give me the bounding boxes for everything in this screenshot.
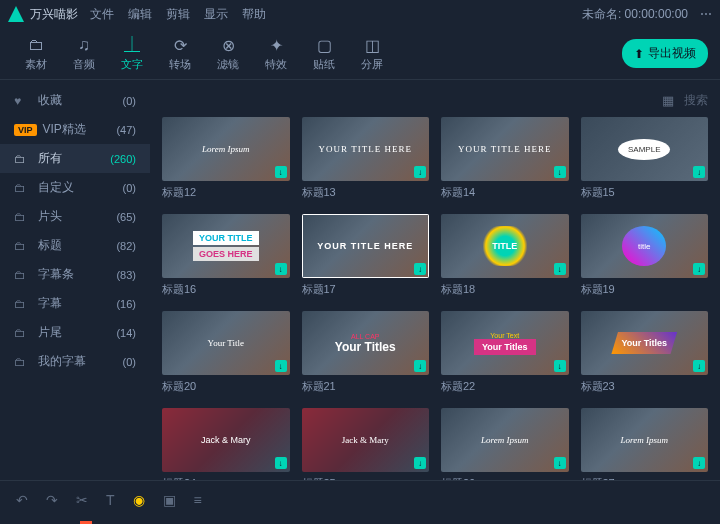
- main-area: ♥收藏(0) VIPVIP精选(47) 🗀所有(260) 🗀自定义(0) 🗀片头…: [0, 80, 720, 480]
- grid-view-icon[interactable]: ▦: [662, 93, 674, 108]
- title-card[interactable]: Lorem Ipsum↓标题12: [162, 117, 290, 200]
- tab-sticker[interactable]: ▢贴纸: [300, 35, 348, 72]
- titles-grid: Lorem Ipsum↓标题12 YOUR TITLE HERE↓标题13 YO…: [162, 117, 708, 480]
- content-panel: ▦ 搜索 Lorem Ipsum↓标题12 YOUR TITLE HERE↓标题…: [150, 80, 720, 480]
- export-button[interactable]: ⬆导出视频: [622, 39, 708, 68]
- menu-view[interactable]: 显示: [204, 6, 228, 23]
- menu-edit[interactable]: 编辑: [128, 6, 152, 23]
- title-card[interactable]: YOUR TITLE HERE↓标题17: [302, 214, 430, 297]
- download-icon: ↓: [693, 360, 705, 372]
- download-icon: ↓: [275, 263, 287, 275]
- menu-clip[interactable]: 剪辑: [166, 6, 190, 23]
- tab-transition[interactable]: ⟳转场: [156, 35, 204, 72]
- upload-icon: ⬆: [634, 47, 644, 61]
- sidebar-item-title[interactable]: 🗀标题(82): [0, 231, 150, 260]
- folder-icon: 🗀: [14, 239, 30, 253]
- split-icon: ◫: [362, 35, 382, 55]
- cut-icon[interactable]: ✂: [76, 492, 88, 508]
- sidebar-item-my[interactable]: 🗀我的字幕(0): [0, 347, 150, 376]
- title-card[interactable]: TITLE↓标题18: [441, 214, 569, 297]
- title-card[interactable]: Your Title↓标题20: [162, 311, 290, 394]
- sidebar-item-lowerthird[interactable]: 🗀字幕条(83): [0, 260, 150, 289]
- download-icon: ↓: [554, 166, 566, 178]
- menu-bar: 文件 编辑 剪辑 显示 帮助: [90, 6, 266, 23]
- title-card[interactable]: ALL CAPYour Titles↓标题21: [302, 311, 430, 394]
- title-card[interactable]: Lorem Ipsum↓标题26: [441, 408, 569, 480]
- tab-media[interactable]: 🗀素材: [12, 35, 60, 72]
- folder-icon: 🗀: [14, 326, 30, 340]
- sidebar-item-subtitle[interactable]: 🗀字幕(16): [0, 289, 150, 318]
- download-icon: ↓: [414, 166, 426, 178]
- tab-effect[interactable]: ✦特效: [252, 35, 300, 72]
- effect-icon: ✦: [266, 35, 286, 55]
- project-name-label: 未命名: 00:00:00:00: [582, 6, 688, 23]
- download-icon: ↓: [275, 166, 287, 178]
- text-tool-icon[interactable]: T: [106, 492, 115, 508]
- download-icon: ↓: [554, 457, 566, 469]
- menu-help[interactable]: 帮助: [242, 6, 266, 23]
- download-icon: ↓: [693, 166, 705, 178]
- vip-badge-icon: VIP: [14, 124, 37, 136]
- app-logo-icon: [8, 6, 24, 22]
- crop-icon[interactable]: ▣: [163, 492, 176, 508]
- marker-icon[interactable]: ◉: [133, 492, 145, 508]
- download-icon: ↓: [554, 360, 566, 372]
- toolbar: 🗀素材 ♫音频 ⏊文字 ⟳转场 ⊗滤镜 ✦特效 ▢贴纸 ◫分屏 ⬆导出视频: [0, 28, 720, 80]
- download-icon: ↓: [554, 263, 566, 275]
- download-icon: ↓: [414, 263, 426, 275]
- sidebar-item-vip[interactable]: VIPVIP精选(47): [0, 115, 150, 144]
- download-icon: ↓: [693, 263, 705, 275]
- heart-icon: ♥: [14, 94, 30, 108]
- tab-filter[interactable]: ⊗滤镜: [204, 35, 252, 72]
- download-icon: ↓: [414, 360, 426, 372]
- adjust-icon[interactable]: ≡: [194, 492, 202, 508]
- settings-icon[interactable]: ⋯: [700, 7, 712, 21]
- title-card[interactable]: Jack & Mary↓标题25: [302, 408, 430, 480]
- app-name: 万兴喵影: [30, 6, 78, 23]
- folder-icon: 🗀: [26, 35, 46, 55]
- sidebar-item-intro[interactable]: 🗀片头(65): [0, 202, 150, 231]
- download-icon: ↓: [275, 457, 287, 469]
- folder-icon: 🗀: [14, 355, 30, 369]
- sidebar-item-outro[interactable]: 🗀片尾(14): [0, 318, 150, 347]
- filter-icon: ⊗: [218, 35, 238, 55]
- download-icon: ↓: [414, 457, 426, 469]
- folder-icon: 🗀: [14, 181, 30, 195]
- title-card[interactable]: YOUR TITLEGOES HERE↓标题16: [162, 214, 290, 297]
- tab-audio[interactable]: ♫音频: [60, 35, 108, 72]
- sidebar: ♥收藏(0) VIPVIP精选(47) 🗀所有(260) 🗀自定义(0) 🗀片头…: [0, 80, 150, 480]
- tab-text[interactable]: ⏊文字: [108, 35, 156, 72]
- download-icon: ↓: [693, 457, 705, 469]
- title-card[interactable]: title↓标题19: [581, 214, 709, 297]
- sidebar-item-all[interactable]: 🗀所有(260): [0, 144, 150, 173]
- title-card[interactable]: YOUR TITLE HERE↓标题13: [302, 117, 430, 200]
- sidebar-item-custom[interactable]: 🗀自定义(0): [0, 173, 150, 202]
- title-card[interactable]: Your Titles↓标题23: [581, 311, 709, 394]
- text-icon: ⏊: [122, 35, 142, 55]
- redo-icon[interactable]: ↷: [46, 492, 58, 508]
- transition-icon: ⟳: [170, 35, 190, 55]
- search-input[interactable]: 搜索: [684, 92, 708, 109]
- music-icon: ♫: [74, 35, 94, 55]
- sidebar-item-favorites[interactable]: ♥收藏(0): [0, 86, 150, 115]
- title-card[interactable]: YOUR TITLE HERE↓标题14: [441, 117, 569, 200]
- timeline-toolbar: ↶ ↷ ✂ T ◉ ▣ ≡: [0, 480, 720, 518]
- undo-icon[interactable]: ↶: [16, 492, 28, 508]
- title-card[interactable]: Jack & Mary↓标题24: [162, 408, 290, 480]
- folder-icon: 🗀: [14, 297, 30, 311]
- folder-icon: 🗀: [14, 210, 30, 224]
- titlebar: 万兴喵影 文件 编辑 剪辑 显示 帮助 未命名: 00:00:00:00 ⋯: [0, 0, 720, 28]
- sticker-icon: ▢: [314, 35, 334, 55]
- download-icon: ↓: [275, 360, 287, 372]
- menu-file[interactable]: 文件: [90, 6, 114, 23]
- folder-icon: 🗀: [14, 152, 30, 166]
- title-card[interactable]: SAMPLE↓标题15: [581, 117, 709, 200]
- tab-split[interactable]: ◫分屏: [348, 35, 396, 72]
- folder-icon: 🗀: [14, 268, 30, 282]
- title-card[interactable]: Your TextYour Titles↓标题22: [441, 311, 569, 394]
- title-card[interactable]: Lorem Ipsum↓标题27: [581, 408, 709, 480]
